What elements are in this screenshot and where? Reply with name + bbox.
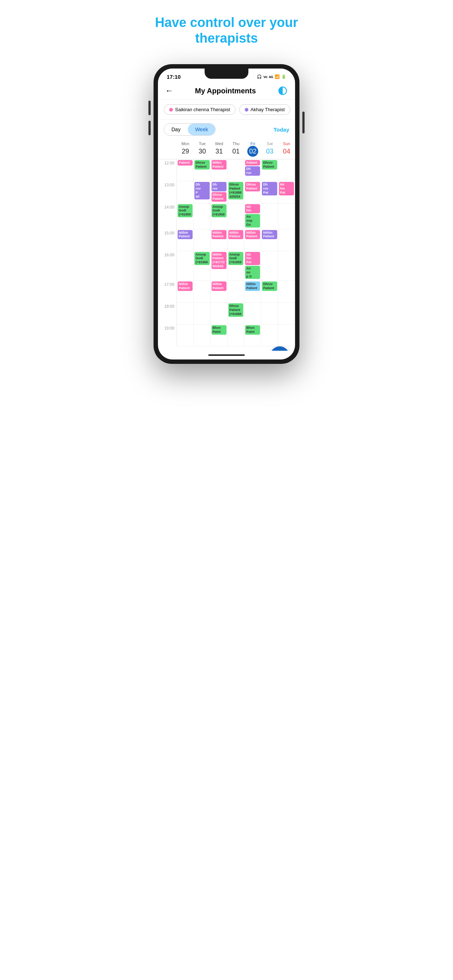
cell-wed-1600[interactable]: NithinPatient(+91772902543 bbox=[211, 251, 228, 281]
cell-sun-1700[interactable] bbox=[278, 281, 295, 302]
add-appointment-fab[interactable]: + bbox=[270, 346, 289, 351]
cell-fri-1800[interactable] bbox=[244, 302, 261, 325]
appt-tue-1600-1[interactable]: AnoopGodi(+91959 bbox=[195, 252, 209, 265]
cell-thu-1800[interactable]: DhruvPatient(+91888 bbox=[228, 302, 244, 325]
cell-wed-1500[interactable]: NithinPatient bbox=[211, 229, 228, 251]
appt-sat-1300-1[interactable]: DhruvPat bbox=[262, 182, 277, 195]
back-button[interactable]: ← bbox=[165, 86, 173, 95]
cell-fri-1600[interactable]: NithinPat Anoop G bbox=[244, 251, 261, 281]
cell-sun-1600[interactable] bbox=[278, 251, 295, 281]
appt-thu-1500-1[interactable]: NithinPatient bbox=[228, 230, 243, 240]
cell-sun-1800[interactable] bbox=[278, 302, 295, 325]
cell-tue-1800[interactable] bbox=[194, 302, 211, 325]
appt-fri-1200-2[interactable]: Dhruv bbox=[245, 166, 260, 176]
week-view-button[interactable]: Week bbox=[188, 124, 215, 135]
appt-wed-1500-1[interactable]: NithinPatient bbox=[212, 230, 226, 240]
cell-sat-1500[interactable]: NithinPatient bbox=[261, 229, 278, 251]
cell-tue-1600[interactable]: AnoopGodi(+91959 bbox=[194, 251, 211, 281]
cell-fri-1300[interactable]: DhruvPatient bbox=[244, 181, 261, 203]
cell-wed-1800[interactable] bbox=[211, 302, 228, 325]
appt-wed-1700-1[interactable]: NithinPatient bbox=[212, 282, 226, 291]
appt-mon-1500-1[interactable]: NithinPatient bbox=[178, 230, 193, 240]
cell-mon-1800[interactable] bbox=[177, 302, 194, 325]
appt-fri-1600-2[interactable]: Anoop G bbox=[245, 266, 260, 279]
cell-fri-1400[interactable]: Nithin AnoopGo bbox=[244, 204, 261, 229]
appt-fri-1200-1[interactable]: Patient bbox=[245, 160, 260, 165]
cell-sat-1900[interactable] bbox=[261, 325, 278, 346]
cell-tue-1200[interactable]: DhruvPatient bbox=[194, 159, 211, 181]
appt-fri-1600-1[interactable]: NithinPat bbox=[245, 252, 260, 265]
appt-wed-1200-1[interactable]: NithinPatient bbox=[212, 160, 226, 170]
cell-sat-1400[interactable] bbox=[261, 204, 278, 229]
appt-fri-1900-1[interactable]: BhvnPatnt bbox=[245, 325, 260, 335]
today-button[interactable]: Today bbox=[274, 127, 289, 133]
cell-sun-1300[interactable]: NithinPat bbox=[278, 181, 295, 203]
appt-tue-1200-1[interactable]: DhruvPatient bbox=[195, 160, 209, 170]
cell-wed-1900[interactable]: BhvnPatnt bbox=[211, 325, 228, 346]
cell-mon-1300[interactable] bbox=[177, 181, 194, 203]
cell-sat-1200[interactable]: DhruvPatient bbox=[261, 159, 278, 181]
cal-header-fri: Fri 02 bbox=[244, 139, 261, 159]
appt-fri-1300-1[interactable]: DhruvPatient bbox=[245, 182, 260, 191]
cell-mon-1900[interactable] bbox=[177, 325, 194, 346]
appt-thu-1300-1[interactable]: DhruvPatient(+91888429254 bbox=[228, 182, 243, 199]
appt-wed-1300-1[interactable]: Dhruv bbox=[212, 182, 226, 191]
cell-fri-1700[interactable]: NithinPatient bbox=[244, 281, 261, 302]
appt-wed-1600-1[interactable]: NithinPatient(+91772902543 bbox=[212, 252, 226, 269]
cell-mon-1400[interactable]: AnoopGodi(+91959 bbox=[177, 204, 194, 229]
appt-thu-1600-1[interactable]: AnoopGodi(+91959 bbox=[228, 252, 243, 265]
cell-sun-1900[interactable] bbox=[278, 325, 295, 346]
cell-mon-1200[interactable]: Patient bbox=[177, 159, 194, 181]
day-view-button[interactable]: Day bbox=[164, 124, 188, 135]
cell-sun-1500[interactable] bbox=[278, 229, 295, 251]
cell-wed-1200[interactable]: NithinPatient bbox=[211, 159, 228, 181]
appt-fri-1400-1[interactable]: Nithin bbox=[245, 204, 260, 214]
cal-header-wed: Wed 31 bbox=[211, 139, 228, 159]
cell-sat-1800[interactable] bbox=[261, 302, 278, 325]
cell-sat-1700[interactable]: DhruvPatient bbox=[261, 281, 278, 302]
cell-mon-1600[interactable] bbox=[177, 251, 194, 281]
cell-wed-1700[interactable]: NithinPatient bbox=[211, 281, 228, 302]
cell-tue-1900[interactable] bbox=[194, 325, 211, 346]
cell-thu-1700[interactable] bbox=[228, 281, 244, 302]
cell-mon-1500[interactable]: NithinPatient bbox=[177, 229, 194, 251]
appt-wed-1900-1[interactable]: BhvnPatnt bbox=[212, 325, 226, 335]
appt-mon-1400-1[interactable]: AnoopGodi(+91959 bbox=[178, 204, 193, 217]
cell-thu-1600[interactable]: AnoopGodi(+91959 bbox=[228, 251, 244, 281]
cell-fri-1900[interactable]: BhvnPatnt bbox=[244, 325, 261, 346]
cell-tue-1300[interactable]: DhruvPati bbox=[194, 181, 211, 203]
appt-thu-1800-1[interactable]: DhruvPatient(+91888 bbox=[228, 303, 243, 317]
appt-sat-1200-1[interactable]: DhruvPatient bbox=[262, 160, 277, 170]
cell-sun-1400[interactable] bbox=[278, 204, 295, 229]
appt-fri-1700-1[interactable]: NithinPatient bbox=[245, 282, 260, 291]
cell-thu-1900[interactable] bbox=[228, 325, 244, 346]
appt-fri-1400-2[interactable]: AnoopGo bbox=[245, 214, 260, 227]
appt-mon-1700-1[interactable]: NithinPatient bbox=[178, 282, 193, 291]
cell-thu-1500[interactable]: NithinPatient bbox=[228, 229, 244, 251]
cell-fri-1500[interactable]: NithinPatient bbox=[244, 229, 261, 251]
cell-tue-1400[interactable] bbox=[194, 204, 211, 229]
appt-fri-1500-1[interactable]: NithinPatient bbox=[245, 230, 260, 240]
theme-toggle-icon[interactable] bbox=[278, 86, 288, 96]
cell-thu-1300[interactable]: DhruvPatient(+91888429254 bbox=[228, 181, 244, 203]
cell-sat-1300[interactable]: DhruvPat bbox=[261, 181, 278, 203]
cell-sun-1200[interactable] bbox=[278, 159, 295, 181]
chip-akhay[interactable]: Akhay Therapist bbox=[239, 104, 290, 115]
appt-sun-1300-1[interactable]: NithinPat bbox=[279, 182, 294, 195]
cell-sat-1600[interactable] bbox=[261, 251, 278, 281]
cell-thu-1400[interactable] bbox=[228, 204, 244, 229]
appt-wed-1400-1[interactable]: AnoopGodi(+91959 bbox=[212, 204, 226, 217]
appt-sat-1700-1[interactable]: DhruvPatient bbox=[262, 282, 277, 291]
cell-fri-1200[interactable]: Patient Dhruv bbox=[244, 159, 261, 181]
appt-mon-1200-1[interactable]: Patient bbox=[178, 160, 193, 165]
chip-saikiran[interactable]: Saikiran chenna Therapist bbox=[164, 104, 236, 115]
cell-thu-1200[interactable] bbox=[228, 159, 244, 181]
cell-wed-1300[interactable]: Dhruv DhruvPatient bbox=[211, 181, 228, 203]
cell-mon-1700[interactable]: NithinPatient bbox=[177, 281, 194, 302]
appt-tue-1300-1[interactable]: DhruvPati bbox=[195, 182, 209, 199]
cell-tue-1700[interactable] bbox=[194, 281, 211, 302]
cell-tue-1500[interactable] bbox=[194, 229, 211, 251]
appt-wed-1300-2[interactable]: DhruvPatient bbox=[212, 192, 226, 202]
appt-sat-1500-1[interactable]: NithinPatient bbox=[262, 230, 277, 240]
cell-wed-1400[interactable]: AnoopGodi(+91959 bbox=[211, 204, 228, 229]
